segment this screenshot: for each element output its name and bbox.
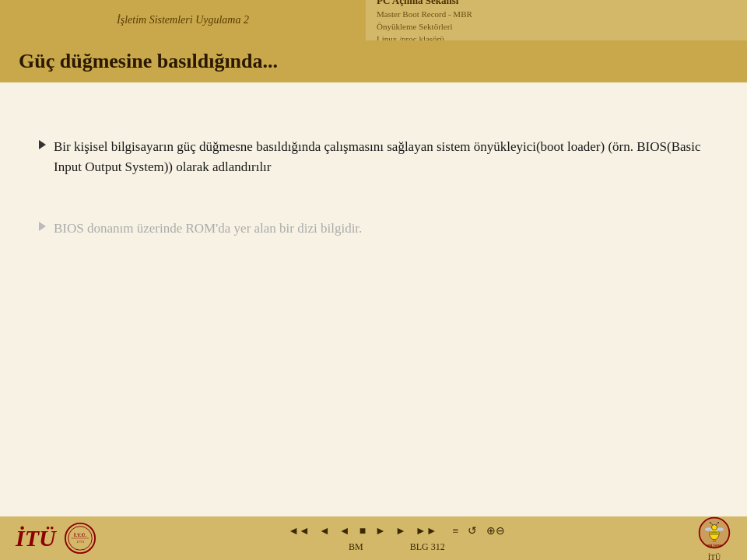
nav-zoom[interactable]: ⊕⊖ [484,523,507,538]
nav-prev[interactable]: ◄ [337,524,352,538]
itu-right-label: İTÜ [708,553,721,561]
footer-nav[interactable]: ◄◄ ◄ ◄ ■ ► ► ►► ≡ ↺ ⊕⊖ [286,523,507,538]
bullet-item-1: Bir kişisel bilgisayarın güç düğmesne ba… [39,137,708,178]
footer-left: İTÜ İ.T.Ü. 1773 [16,522,96,555]
itu-circle-logo: İ.T.Ü. 1773 [64,522,96,555]
nav-separator: ■ [357,524,368,538]
svg-point-16 [717,521,719,523]
svg-text:BİLİŞİM: BİLİŞİM [707,544,721,548]
footer-right: BİLİŞİM İTÜ [697,516,731,561]
svg-text:İ.T.Ü.: İ.T.Ü. [73,532,86,537]
itu-text-logo: İTÜ [16,525,56,551]
bullet-arrow-2 [39,222,46,231]
bullet-text-2: BIOS donanım üzerinde ROM'da yer alan bi… [54,219,362,239]
spacer-mid [39,187,708,219]
title-bar: Güç düğmesine basıldığında... [0,40,747,82]
bm-label: BM [349,541,363,553]
bullet-item-2: BIOS donanım üzerinde ROM'da yer alan bi… [39,219,708,239]
subtitle-2: Önyükleme Sektörleri [377,22,452,31]
svg-text:1773: 1773 [76,540,84,544]
footer-labels: BM BLG 312 [349,541,445,553]
spacer-top [39,106,708,137]
nav-last[interactable]: ►► [413,524,440,538]
svg-point-12 [711,524,717,530]
slide-title: Güç düğmesine basıldığında... [19,50,728,73]
blg-label: BLG 312 [410,541,445,553]
header-left: İşletim Sistemleri Uygulama 2 [0,0,366,40]
footer: İTÜ İ.T.Ü. 1773 ◄◄ ◄ ◄ ■ ► ► ►► ≡ [0,516,747,560]
nav-prev-group[interactable]: ◄ [317,524,332,538]
course-title: İşletim Sistemleri Uygulama 2 [117,14,249,26]
svg-point-14 [710,521,711,523]
nav-next[interactable]: ► [373,524,388,538]
header: İşletim Sistemleri Uygulama 2 PC Açılma … [0,0,747,40]
itu-bee-logo: BİLİŞİM [697,516,731,550]
nav-first[interactable]: ◄◄ [286,524,312,538]
bullet-text-1: Bir kişisel bilgisayarın güç düğmesne ba… [54,137,708,178]
nav-reload[interactable]: ↺ [465,523,479,538]
content-area: Bir kişisel bilgisayarın güç düğmesne ba… [0,82,747,560]
subtitle-1: Master Boot Record - MBR [377,9,472,19]
section-title: PC Açılma Sekansı [377,0,736,7]
footer-center: ◄◄ ◄ ◄ ■ ► ► ►► ≡ ↺ ⊕⊖ BM BLG 312 [286,523,507,553]
header-right: PC Açılma Sekansı Master Boot Record - M… [366,0,747,40]
bullet-arrow-1 [39,140,46,149]
nav-lines[interactable]: ≡ [451,524,461,538]
page-container: İşletim Sistemleri Uygulama 2 PC Açılma … [0,0,747,560]
nav-next-group[interactable]: ► [393,524,409,538]
